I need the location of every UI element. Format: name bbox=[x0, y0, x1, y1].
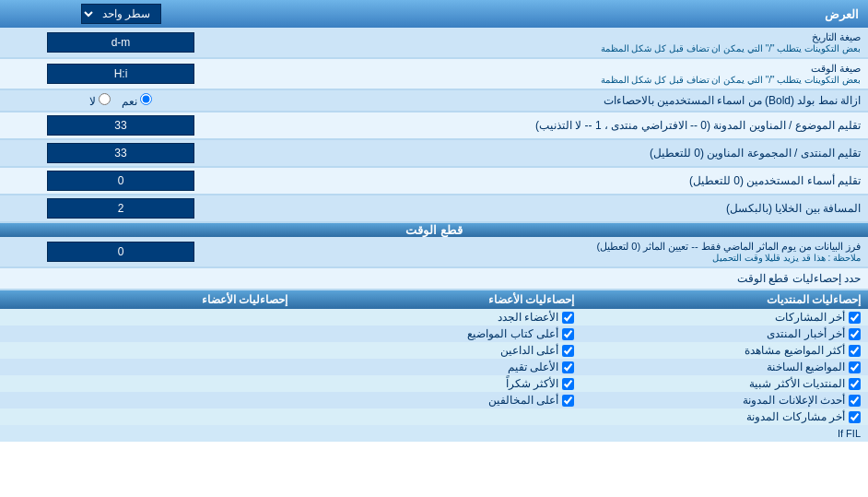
forum-trim-input-cell[interactable] bbox=[0, 140, 241, 166]
time-format-hint: بعض التكوينات يتطلب "/" التي يمكن ان تضا… bbox=[249, 75, 861, 85]
bottom-note: If FIL bbox=[0, 425, 868, 442]
cb-top-violations[interactable] bbox=[562, 395, 574, 407]
cb-hot[interactable] bbox=[849, 361, 861, 373]
cb-news-text: أخر أخبار المنتدى bbox=[767, 327, 845, 340]
cell-space-label: المسافة بين الخلايا (بالبكسل) bbox=[241, 195, 868, 221]
date-format-label: صيغة التاريخ بعض التكوينات يتطلب "/" الت… bbox=[241, 28, 868, 57]
cb-col3-header: إحصاءليات الأعضاء bbox=[0, 290, 295, 309]
cb-most-viewed-label[interactable]: أكثر المواضيع مشاهدة bbox=[589, 344, 861, 357]
cb-item-top-writers[interactable]: أعلى كتاب المواضيع bbox=[295, 325, 581, 342]
cb-item-new-members[interactable]: الأعضاء الجدد bbox=[295, 309, 581, 325]
cb-item-top-violations[interactable]: أعلى المخالفين bbox=[295, 392, 581, 408]
cb-col3-empty7 bbox=[0, 408, 295, 425]
cb-news-label[interactable]: أخر أخبار المنتدى bbox=[589, 327, 861, 340]
cb-top-callers[interactable] bbox=[562, 345, 574, 357]
forum-trim-label: تقليم المنتدى / المجموعة المناوين (0 للت… bbox=[241, 140, 868, 166]
cb-col3-empty1 bbox=[0, 309, 295, 325]
cb-item-blog-posts[interactable]: أخر مشاركات المدونة bbox=[581, 408, 868, 425]
cb-col3-empty2 bbox=[0, 325, 295, 342]
cb-most-thanks-label[interactable]: الأكثر شكراً bbox=[302, 377, 574, 390]
cb-col3-empty6 bbox=[0, 392, 295, 408]
cb-popular[interactable] bbox=[849, 378, 861, 390]
topics-trim-input[interactable] bbox=[47, 115, 194, 136]
bold-yes-label[interactable]: نعم bbox=[122, 93, 152, 108]
cb-item-top-callers[interactable]: أعلى الداعين bbox=[295, 342, 581, 359]
cb-blog-posts-text: أخر مشاركات المدونة bbox=[746, 410, 845, 423]
cb-most-viewed[interactable] bbox=[849, 345, 861, 357]
cb-hot-label[interactable]: المواضيع الساخنة bbox=[589, 361, 861, 373]
cb-blog-posts-label[interactable]: أخر مشاركات المدونة bbox=[589, 410, 861, 423]
cb-item-top-rated[interactable]: الأعلى تقيم bbox=[295, 359, 581, 375]
time-format-label: صيغة الوقت بعض التكوينات يتطلب "/" التي … bbox=[241, 59, 868, 89]
users-trim-label: تقليم أسماء المستخدمين (0 للتعطيل) bbox=[241, 168, 868, 194]
cb-posts-label[interactable]: أخر المشاركات bbox=[589, 311, 861, 324]
date-format-input-cell[interactable] bbox=[0, 28, 241, 57]
cb-item-popular[interactable]: المنتديات الأكثر شبية bbox=[581, 375, 868, 392]
cb-top-violations-label[interactable]: أعلى المخالفين bbox=[302, 394, 574, 407]
cb-item-hot[interactable]: المواضيع الساخنة bbox=[581, 359, 868, 375]
cb-announcements-text: أحدث الإعلانات المدونة bbox=[743, 394, 845, 407]
cb-posts[interactable] bbox=[849, 312, 861, 324]
date-format-hint: بعض التكوينات يتطلب "/" التي يمكن ان تضا… bbox=[249, 43, 861, 53]
cutoff-title: فرز البيانات من يوم الماثر الماضي فقط --… bbox=[249, 241, 861, 253]
cutoff-input[interactable] bbox=[47, 242, 194, 262]
date-format-input[interactable] bbox=[47, 32, 194, 53]
bold-label: ازالة نمط بولد (Bold) من اسماء المستخدمي… bbox=[241, 90, 868, 111]
cb-top-writers[interactable] bbox=[562, 328, 574, 340]
cb-col2-empty7 bbox=[295, 408, 581, 425]
bold-no-radio[interactable] bbox=[99, 93, 111, 105]
cb-top-callers-label[interactable]: أعلى الداعين bbox=[302, 344, 574, 357]
users-trim-input-cell[interactable] bbox=[0, 168, 241, 194]
cb-top-rated[interactable] bbox=[562, 361, 574, 373]
cb-most-viewed-text: أكثر المواضيع مشاهدة bbox=[745, 344, 845, 357]
forum-trim-input[interactable] bbox=[47, 143, 194, 163]
time-format-input-cell[interactable] bbox=[0, 59, 241, 89]
bold-yes-radio[interactable] bbox=[140, 93, 152, 105]
section-title: العرض bbox=[241, 0, 868, 28]
cutoff-note: ملاحظة : هذا قد يزيد قليلا وقت التحميل bbox=[249, 253, 861, 263]
cb-most-thanks[interactable] bbox=[562, 378, 574, 390]
cb-col3-empty5 bbox=[0, 375, 295, 392]
cell-space-input[interactable] bbox=[47, 198, 194, 219]
cb-news[interactable] bbox=[849, 328, 861, 340]
cb-most-thanks-text: الأكثر شكراً bbox=[506, 377, 558, 390]
cb-item-posts[interactable]: أخر المشاركات bbox=[581, 309, 868, 325]
topics-trim-input-cell[interactable] bbox=[0, 112, 241, 138]
cb-item-news[interactable]: أخر أخبار المنتدى bbox=[581, 325, 868, 342]
cutoff-label: فرز البيانات من يوم الماثر الماضي فقط --… bbox=[241, 237, 868, 266]
cell-space-input-cell[interactable] bbox=[0, 195, 241, 221]
cb-col3-empty4 bbox=[0, 359, 295, 375]
cb-new-members-text: الأعضاء الجدد bbox=[498, 311, 558, 324]
view-select[interactable]: سطر واحد bbox=[81, 4, 161, 24]
cb-top-writers-text: أعلى كتاب المواضيع bbox=[467, 327, 558, 340]
cb-announcements-label[interactable]: أحدث الإعلانات المدونة bbox=[589, 394, 861, 407]
cb-item-most-viewed[interactable]: أكثر المواضيع مشاهدة bbox=[581, 342, 868, 359]
cb-hot-text: المواضيع الساخنة bbox=[767, 361, 845, 373]
cutoff-section-header: قطع الوقت bbox=[0, 223, 868, 237]
cb-new-members[interactable] bbox=[562, 312, 574, 324]
time-format-input[interactable] bbox=[47, 64, 194, 84]
cb-col3-empty3 bbox=[0, 342, 295, 359]
cb-top-rated-label[interactable]: الأعلى تقيم bbox=[302, 361, 574, 373]
stats-limit-label: حدد إحصاءليات قطع الوقت bbox=[0, 268, 868, 289]
cb-popular-text: المنتديات الأكثر شبية bbox=[749, 377, 845, 390]
cb-top-violations-text: أعلى المخالفين bbox=[488, 394, 558, 407]
cb-item-most-thanks[interactable]: الأكثر شكراً bbox=[295, 375, 581, 392]
cb-popular-label[interactable]: المنتديات الأكثر شبية bbox=[589, 377, 861, 390]
time-format-title: صيغة الوقت bbox=[249, 63, 861, 75]
dropdown-cell[interactable]: سطر واحد bbox=[0, 0, 241, 28]
cb-top-rated-text: الأعلى تقيم bbox=[508, 361, 558, 373]
cb-item-announcements[interactable]: أحدث الإعلانات المدونة bbox=[581, 392, 868, 408]
cb-top-callers-text: أعلى الداعين bbox=[500, 344, 558, 357]
cb-blog-posts[interactable] bbox=[849, 411, 861, 423]
cb-posts-text: أخر المشاركات bbox=[775, 311, 845, 324]
bold-no-label[interactable]: لا bbox=[89, 93, 111, 108]
date-format-title: صيغة التاريخ bbox=[249, 31, 861, 43]
cb-top-writers-label[interactable]: أعلى كتاب المواضيع bbox=[302, 327, 574, 340]
cb-col1-header: إحصاءليات المنتديات bbox=[581, 290, 868, 309]
cb-announcements[interactable] bbox=[849, 395, 861, 407]
users-trim-input[interactable] bbox=[47, 171, 194, 191]
cb-new-members-label[interactable]: الأعضاء الجدد bbox=[302, 311, 574, 324]
cutoff-input-cell[interactable] bbox=[0, 237, 241, 266]
bold-radio-cell: نعم لا bbox=[0, 90, 241, 111]
